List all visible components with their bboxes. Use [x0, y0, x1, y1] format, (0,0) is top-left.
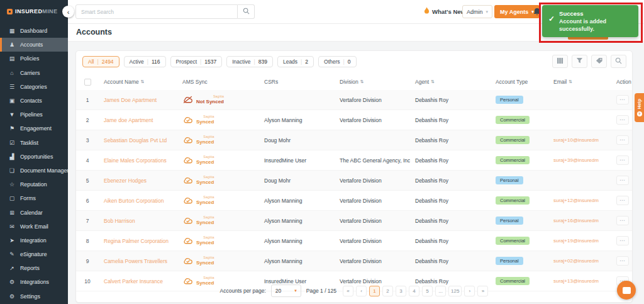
sidebar-item[interactable]: ▦ Dashboard — [0, 24, 68, 38]
sidebar-item[interactable]: ▤ Policies — [0, 52, 68, 65]
sidebar-item[interactable]: ☰ Categories — [0, 80, 68, 94]
column-header[interactable]: AMS Sync ⇅ — [177, 79, 259, 85]
my-agents-button[interactable]: My Agents ▾ — [494, 5, 540, 18]
page-button[interactable]: ... — [435, 286, 446, 296]
filter-button[interactable] — [572, 55, 587, 68]
sidebar-item[interactable]: ⚑ Engagement — [0, 121, 68, 135]
filter-chip[interactable]: All | 2494 — [82, 56, 119, 67]
sidebar-item[interactable]: ▣ Contacts — [0, 94, 68, 108]
whats-new-label: What's New — [432, 8, 465, 15]
account-name-link[interactable]: Sebastian Douglas Pvt Ltd — [99, 137, 177, 144]
chat-button[interactable] — [617, 281, 636, 300]
email-link[interactable]: suraj+16@insuredm — [548, 218, 611, 223]
sidebar-item-label: Settings — [20, 293, 40, 300]
admin-dropdown[interactable]: Admin ▾ — [462, 5, 492, 18]
email-link[interactable]: suraj+39@insuredm — [548, 157, 611, 163]
email-link[interactable]: suraj+10@insuredm — [548, 137, 611, 143]
agent-cell: Debashis Roy — [410, 137, 491, 144]
sidebar-item[interactable]: ❏ Document Manager — [0, 164, 68, 177]
account-name-link[interactable]: Jame doe Apartment — [99, 117, 177, 123]
filter-chip[interactable]: Active | 116 — [124, 56, 166, 67]
row-action-button[interactable]: ⋯ — [616, 236, 629, 245]
column-header[interactable]: Division ⇅ — [335, 79, 410, 85]
row-action-button[interactable]: ⋯ — [616, 196, 629, 205]
page-button[interactable]: » — [477, 286, 488, 296]
search-input[interactable] — [75, 4, 238, 19]
notification-bell-icon[interactable] — [533, 7, 541, 18]
column-header[interactable]: CSRs ⇅ — [259, 79, 335, 85]
filter-label: Leads — [283, 59, 297, 65]
account-type-badge: Commercial — [496, 196, 530, 205]
column-header[interactable]: Agent ⇅ — [410, 79, 491, 85]
columns-button[interactable] — [552, 55, 568, 68]
account-name-link[interactable]: Bob Harrison — [99, 218, 177, 224]
csr-cell: Alyson Manning — [259, 198, 335, 204]
account-name-link[interactable]: Ebenezer Hodges — [99, 177, 177, 184]
filter-chip[interactable]: Prospect | 1537 — [170, 56, 223, 67]
column-header[interactable]: Account Type ⇅ — [491, 79, 548, 85]
app-logo[interactable]: INSUREDMINE — [0, 0, 68, 18]
account-name-link[interactable]: Elaine Males Corporations — [99, 157, 177, 164]
help-tab[interactable]: Help ? — [635, 93, 644, 122]
email-link[interactable]: suraj+12@insuredm — [548, 198, 611, 203]
sidebar-item[interactable]: ⌂ Carriers — [0, 66, 68, 80]
sidebar-item[interactable]: ✉ Work Email — [0, 220, 68, 234]
page-button[interactable]: 5 — [422, 286, 433, 296]
row-action-button[interactable]: ⋯ — [616, 155, 629, 165]
sidebar-item[interactable]: ♟ Accounts — [0, 38, 68, 52]
account-name-link[interactable]: Aiken Burton Corporation — [99, 198, 177, 204]
sidebar-item[interactable]: ▟ Opportunities — [0, 150, 68, 164]
email-link[interactable]: suraj+02@insuredm — [548, 258, 611, 264]
email-link[interactable]: suraj+13@insuredm — [548, 278, 611, 284]
sidebar-item[interactable]: ⊞ Calendar — [0, 205, 68, 219]
whats-new-link[interactable]: What's New — [424, 7, 465, 16]
page-button[interactable]: « — [343, 286, 353, 296]
per-page-select[interactable]: 20 ▾ — [271, 284, 301, 297]
search-button[interactable] — [238, 4, 255, 19]
sidebar-item[interactable]: ☆ Reputation — [0, 177, 68, 191]
filter-chip[interactable]: Others | 0 — [318, 56, 356, 67]
row-action-button[interactable]: ⋯ — [616, 95, 629, 104]
search-bar — [75, 4, 255, 19]
account-name-link[interactable]: Regina Palmer Corporation — [99, 238, 177, 244]
column-header[interactable]: Action ⇅ — [611, 79, 633, 85]
page-button[interactable]: 4 — [409, 286, 419, 296]
page-button[interactable]: 1 — [369, 286, 380, 296]
sidebar-item[interactable]: ▢ Forms — [0, 191, 68, 205]
opportunities-icon: ▟ — [8, 154, 16, 160]
page-button[interactable]: ‹ — [356, 286, 367, 296]
sidebar-item[interactable]: ↗ Reports — [0, 261, 68, 275]
sidebar-collapse-button[interactable]: ‹ — [62, 6, 74, 18]
row-action-button[interactable]: ⋯ — [616, 115, 629, 125]
tasklist-icon: ☑ — [8, 140, 16, 146]
sidebar-item[interactable]: ➤ Integration — [0, 234, 68, 247]
row-action-button[interactable]: ⋯ — [616, 176, 629, 185]
page-button[interactable]: › — [464, 286, 475, 296]
account-name-link[interactable]: Camelia Powers Travellers — [99, 258, 177, 264]
sidebar-item[interactable]: ✎ eSignature — [0, 247, 68, 261]
page-button[interactable]: 125 — [448, 286, 462, 296]
column-header[interactable]: Email ⇅ — [548, 79, 611, 85]
column-header[interactable]: Account Name ⇅ — [99, 79, 177, 85]
sort-icon: ⇅ — [431, 79, 435, 84]
filter-chip[interactable]: Leads | 2 — [277, 56, 314, 67]
sidebar-item[interactable]: ⚙ Settings — [0, 290, 68, 303]
division-cell: Vertafore Division — [335, 117, 410, 123]
sidebar-item[interactable]: ▼ Pipelines — [0, 108, 68, 121]
table-search-button[interactable] — [611, 55, 626, 68]
row-action-button[interactable]: ⋯ — [616, 216, 629, 225]
select-all-checkbox[interactable] — [84, 79, 91, 86]
sync-status: Sagitta Synced — [177, 196, 259, 205]
row-action-button[interactable]: ⋯ — [616, 256, 629, 266]
filter-chip[interactable]: Inactive | 839 — [226, 56, 273, 67]
sidebar-item[interactable]: ⚙ Integrations — [0, 275, 68, 289]
email-link[interactable]: suraj+19@insuredm — [548, 238, 611, 244]
account-name-link[interactable]: James Doe Apartment — [99, 97, 177, 103]
csr-cell: Alyson Manning — [259, 218, 335, 224]
row-action-button[interactable]: ⋯ — [616, 135, 629, 145]
page-button[interactable]: 2 — [382, 286, 393, 296]
page-button[interactable]: 3 — [396, 286, 406, 296]
tags-button[interactable] — [591, 55, 607, 68]
account-name-link[interactable]: Calvert Parker Insurance — [99, 278, 177, 284]
sidebar-item[interactable]: ☑ Tasklist — [0, 136, 68, 150]
